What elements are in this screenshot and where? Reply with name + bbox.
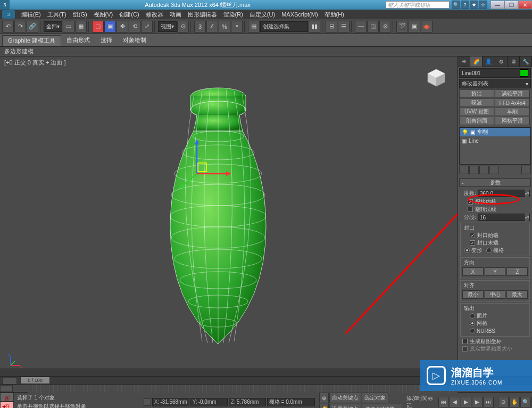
menu-customize[interactable]: 自定义(U)	[246, 11, 278, 19]
expand-icon[interactable]: ▣	[470, 129, 475, 135]
selected-dropdown[interactable]: 选定对象	[362, 393, 388, 403]
trackbar-toggle-icon[interactable]	[0, 385, 13, 392]
align-min-button[interactable]: 最小	[462, 290, 484, 299]
render-setup-icon[interactable]: 🎬	[396, 21, 408, 32]
now-line-button[interactable]: ◂ 所在行:	[0, 402, 14, 408]
goto-start-icon[interactable]: ⏮	[438, 397, 449, 407]
ribbon-tab-paint[interactable]: 对象绘制	[118, 35, 152, 45]
angle-snap-icon[interactable]: ∠	[206, 21, 218, 32]
next-frame-icon[interactable]: ▶	[472, 397, 483, 407]
time-slider-handle[interactable]: 0 / 100	[20, 377, 50, 384]
auto-key-button[interactable]: 自动关键点	[329, 393, 361, 403]
real-world-checkbox[interactable]: 真实世界贴图大小	[460, 345, 530, 353]
render-icon[interactable]: 🫖	[421, 21, 433, 32]
time-slider-left-icon[interactable]	[2, 377, 17, 385]
link-icon[interactable]: 🔗	[27, 21, 38, 32]
coord-x-input[interactable]: X:-31.568mm	[152, 398, 189, 406]
menu-create[interactable]: 创建(C)	[116, 11, 142, 19]
align-max-button[interactable]: 最大	[506, 290, 528, 299]
utilities-tab-icon[interactable]: 🔧	[520, 56, 532, 67]
select-icon[interactable]: ▭	[63, 21, 74, 32]
zoom-icon[interactable]: 🔍	[520, 397, 531, 407]
play-icon[interactable]: ▶	[461, 397, 471, 407]
isolate-icon[interactable]: ⊙	[498, 397, 509, 407]
stack-item-lathe[interactable]: 💡 ▣ 车削	[460, 128, 530, 136]
coord-y-input[interactable]: Y:-0.0mm	[190, 398, 228, 406]
object-name-field[interactable]: Line001	[459, 68, 531, 78]
degrees-spinner[interactable]: 360.0▴▾	[478, 190, 530, 197]
ribbon-tab-graphite[interactable]: Graphite 建模工具	[2, 35, 61, 46]
menu-rendering[interactable]: 渲染(R)	[220, 11, 246, 19]
mod-btn-meshsmooth[interactable]: 网格平滑	[495, 117, 530, 125]
viewport-scrollbar-h[interactable]	[0, 369, 458, 376]
mod-btn-uvw[interactable]: UVW 贴图	[459, 108, 494, 116]
coord-z-input[interactable]: Z:5.786mm	[229, 398, 266, 406]
move-icon[interactable]: ✥	[117, 21, 128, 32]
menu-tools[interactable]: 工具(T)	[44, 11, 70, 19]
select-name-icon[interactable]: ▦	[75, 21, 87, 32]
menu-maxscript[interactable]: MAXScript(M)	[278, 11, 321, 18]
close-button[interactable]: ✕	[518, 1, 532, 9]
segments-spinner[interactable]: 16▴▾	[478, 214, 530, 221]
search-icon[interactable]: 🔍	[452, 1, 460, 9]
configure-sets-icon[interactable]	[521, 166, 531, 174]
curve-editor-icon[interactable]: 〰	[355, 21, 367, 32]
align-center-button[interactable]: 中心	[485, 290, 506, 299]
menu-animation[interactable]: 动画	[167, 11, 185, 19]
mod-btn-lathe[interactable]: 车削	[495, 108, 530, 116]
scale-icon[interactable]: ⤢	[141, 21, 153, 32]
app-menu-button[interactable]: 3	[2, 10, 15, 19]
direction-z-button[interactable]: Z	[506, 267, 528, 276]
pivot-icon[interactable]: ⊙	[177, 21, 189, 32]
set-key-button[interactable]: 设置关键点	[329, 404, 361, 408]
modifier-stack[interactable]: 💡 ▣ 车削 ▣ Line	[459, 127, 531, 165]
grid-radio[interactable]: 栅格	[486, 247, 504, 254]
rotate-icon[interactable]: ⟲	[129, 21, 140, 32]
modify-tab-icon[interactable]: 🌈	[470, 56, 483, 67]
redo-icon[interactable]: ↷	[14, 21, 26, 32]
schematic-icon[interactable]: ◫	[367, 21, 379, 32]
star-icon[interactable]: ★	[470, 1, 478, 9]
ribbon-tab-selection[interactable]: 选择	[95, 35, 118, 45]
remove-modifier-icon[interactable]	[489, 166, 499, 174]
spinner-snap-icon[interactable]: ⚬	[231, 21, 243, 32]
ref-coord-dropdown[interactable]: 视图 ▾	[158, 21, 177, 32]
select-region-icon[interactable]: ▢	[92, 21, 104, 32]
rollout-parameters[interactable]: -参数	[459, 178, 531, 187]
time-config-icon[interactable]: ⊕	[319, 393, 329, 403]
material-editor-icon[interactable]: ⊗	[379, 21, 391, 32]
hierarchy-tab-icon[interactable]: 👤	[483, 56, 495, 67]
layer-icon[interactable]: ☰	[338, 21, 350, 32]
ribbon-tab-freeform[interactable]: 自由形式	[61, 35, 95, 45]
window-crossing-icon[interactable]: ▣	[104, 21, 116, 32]
pan-icon[interactable]: ✋	[509, 397, 520, 407]
display-tab-icon[interactable]: 🖥	[508, 56, 520, 67]
percent-snap-icon[interactable]: %	[219, 21, 230, 32]
goto-end-icon[interactable]: ⏭	[483, 397, 494, 407]
favorite-icon[interactable]: ☆	[479, 1, 487, 9]
vase-object[interactable]	[149, 78, 287, 355]
modifier-list-dropdown[interactable]: 修改器列表▾	[459, 79, 531, 88]
flip-normals-checkbox[interactable]: 翻转法线	[460, 206, 530, 213]
named-selection-icon[interactable]: ▤	[248, 21, 260, 32]
menu-help[interactable]: 帮助(H)	[321, 11, 347, 19]
menu-modifiers[interactable]: 修改器	[143, 11, 167, 19]
weld-core-checkbox[interactable]: 焊接内核	[460, 198, 530, 206]
prev-frame-icon[interactable]: ◀	[450, 397, 460, 407]
gen-mapping-checkbox[interactable]: 生成贴图坐标	[460, 338, 530, 345]
output-nurbs-radio[interactable]: NURBS	[462, 327, 528, 334]
stack-item-line[interactable]: ▣ Line	[460, 136, 530, 145]
mod-btn-extrude[interactable]: 挤出	[459, 89, 494, 98]
mirror-icon[interactable]: ▮▮	[309, 21, 320, 32]
show-end-result-icon[interactable]	[469, 166, 479, 174]
named-selection-dropdown[interactable]: 创建选择集	[260, 21, 308, 32]
selection-filter-dropdown[interactable]: 全部 ▾	[44, 21, 62, 32]
pin-stack-icon[interactable]	[459, 166, 469, 174]
cap-start-checkbox[interactable]: 封口始端	[462, 232, 528, 239]
create-tab-icon[interactable]: ✳	[458, 56, 470, 67]
align-icon[interactable]: ⊟	[326, 21, 337, 32]
viewcube[interactable]	[426, 67, 447, 88]
lock-selection-icon[interactable]	[144, 398, 151, 406]
mod-btn-noise[interactable]: 噪波	[459, 99, 494, 107]
key-filters-button[interactable]: 关键点过滤器...	[362, 404, 402, 408]
